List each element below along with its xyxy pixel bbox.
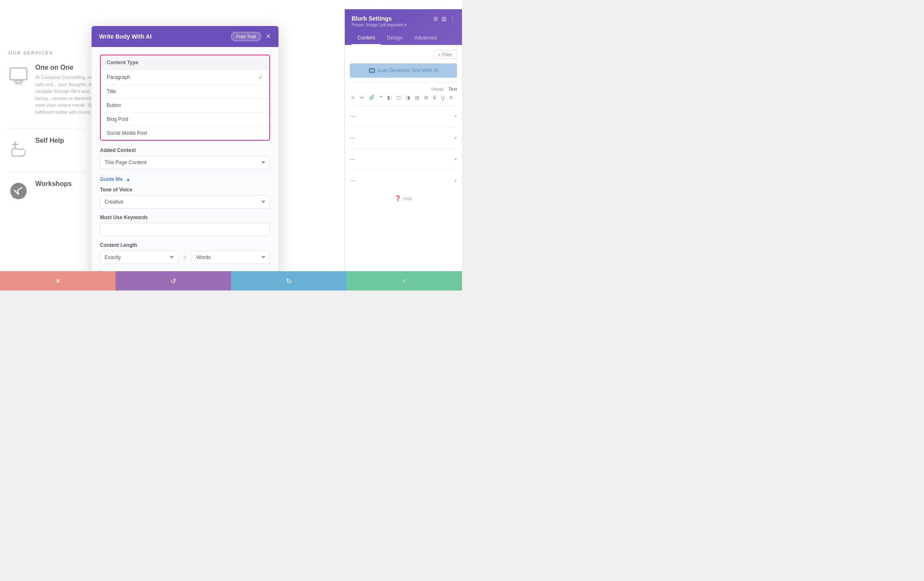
guide-me-link[interactable]: Guide Me ▲ — [100, 176, 131, 182]
visual-text-row: Visual Text — [350, 86, 457, 92]
toolbar-quote[interactable]: ❝ — [378, 94, 384, 101]
redo-icon: ↻ — [286, 277, 291, 285]
section-separator-3 — [350, 127, 457, 127]
undo-button[interactable]: ↺ — [116, 271, 231, 290]
blurb-body: + Filter AI Auto Generate Text With AI V… — [345, 45, 462, 207]
toolbar-align-left[interactable]: ◧ — [386, 94, 393, 101]
chevron-down-icon-1: ▾ — [454, 114, 457, 119]
section-separator-2 — [350, 105, 457, 106]
visual-button[interactable]: Visual — [431, 86, 444, 92]
filter-button[interactable]: + Filter — [433, 50, 457, 59]
chevron-down-icon-2: ▾ — [454, 135, 457, 141]
free-trial-badge[interactable]: Free Trial — [231, 32, 261, 41]
svg-rect-1 — [14, 81, 23, 82]
service-workshops-title: Workshops — [35, 180, 72, 188]
toolbar-list-ordered[interactable]: ≔ — [357, 94, 365, 101]
modal-body: Content Type Paragraph ✓ Title Button Bl… — [92, 47, 278, 290]
tab-advanced[interactable]: Advanced — [408, 31, 442, 45]
content-type-blog-post[interactable]: Blog Post — [101, 113, 269, 126]
content-type-button[interactable]: Button — [101, 99, 269, 113]
toolbar-list-unordered[interactable]: ≡ — [350, 94, 356, 101]
auto-generate-label: Auto Generate Text With AI — [378, 68, 438, 73]
auto-generate-button[interactable]: AI Auto Generate Text With AI — [350, 63, 457, 78]
section-separator-5 — [350, 170, 457, 170]
content-length-label: Content Length — [100, 242, 270, 248]
panel-section-2[interactable]: — ▾ — [350, 131, 457, 144]
keywords-label: Must Use Keywords — [100, 215, 270, 220]
toolbar-color[interactable]: A — [448, 94, 454, 101]
editor-toolbar: ≡ ≔ 🔗 ❝ ◧ ◫ ◨ ▤ ⊞ S̶ U̲ A — [350, 94, 457, 101]
section-separator-1 — [350, 82, 457, 82]
modal-header-right: Free Trial ✕ — [231, 32, 271, 41]
length-hash-symbol: # — [182, 254, 188, 261]
help-row: ❓ Help — [350, 195, 457, 202]
chevron-down-icon-4: ▾ — [454, 178, 457, 183]
checkmark-icon: ✓ — [258, 74, 263, 81]
cancel-button[interactable]: ✕ — [0, 271, 116, 290]
toolbar-align-right[interactable]: ◨ — [404, 94, 412, 101]
blurb-title: Blurb Settings — [352, 15, 392, 22]
content-type-title-label: Title — [107, 89, 116, 94]
added-context-label: Added Context — [100, 147, 270, 153]
content-type-social-media[interactable]: Social Media Post — [101, 126, 269, 140]
tone-of-voice-section: Tone of Voice Creative Professional Casu… — [100, 187, 270, 209]
content-type-button-label: Button — [107, 102, 121, 108]
svg-rect-0 — [10, 68, 27, 80]
modal-close-button[interactable]: ✕ — [265, 33, 271, 40]
content-type-title[interactable]: Title — [101, 85, 269, 99]
added-context-select[interactable]: This Page Content Custom None — [100, 156, 270, 169]
content-length-row: Exactly At least At most # Words Sentenc… — [100, 251, 270, 264]
cancel-icon: ✕ — [55, 277, 60, 285]
modal-title: Write Body With AI — [99, 33, 152, 40]
tone-of-voice-select[interactable]: Creative Professional Casual Formal — [100, 195, 270, 209]
svg-point-5 — [11, 183, 26, 199]
toolbar-align-center[interactable]: ◫ — [395, 94, 402, 101]
toolbar-link[interactable]: 🔗 — [367, 94, 376, 101]
content-type-paragraph[interactable]: Paragraph ✓ — [101, 70, 269, 85]
save-button[interactable]: ✓ — [346, 271, 462, 290]
content-type-social-media-label: Social Media Post — [107, 130, 147, 136]
panel-section-1[interactable]: — ▾ — [350, 110, 457, 123]
content-type-blog-post-label: Blog Post — [107, 116, 128, 122]
toolbar-strikethrough[interactable]: S̶ — [431, 94, 438, 101]
more-icon[interactable]: ⋮ — [450, 16, 455, 22]
content-length-quantity-select[interactable]: Exactly At least At most — [100, 251, 178, 264]
help-label[interactable]: Help — [403, 196, 412, 201]
panel-section-3[interactable]: — ▾ — [350, 153, 457, 165]
blurb-header: Blurb Settings ⊞ ▥ ⋮ Preset: Image Left … — [345, 9, 462, 45]
blurb-header-icons: ⊞ ▥ ⋮ — [433, 16, 455, 22]
guide-me-row: Guide Me ▲ — [100, 175, 270, 183]
panel-section-4-label: — — [350, 178, 355, 183]
blurb-title-row: Blurb Settings ⊞ ▥ ⋮ — [352, 15, 455, 22]
section-separator-4 — [350, 148, 457, 149]
plus-hand-icon — [8, 139, 29, 159]
text-button[interactable]: Text — [449, 86, 457, 92]
chevron-down-icon-3: ▾ — [454, 157, 457, 162]
toolbar-underline[interactable]: U̲ — [439, 94, 446, 101]
content-length-unit-select[interactable]: Words Sentences Paragraphs — [192, 251, 270, 264]
tone-of-voice-label: Tone of Voice — [100, 187, 270, 193]
added-context-section: Added Context This Page Content Custom N… — [100, 147, 270, 169]
keywords-section: Must Use Keywords — [100, 215, 270, 236]
save-icon: ✓ — [402, 277, 407, 285]
toolbar-table[interactable]: ⊞ — [423, 94, 430, 101]
columns-icon[interactable]: ▥ — [441, 16, 446, 22]
tab-design[interactable]: Design — [381, 31, 408, 45]
messenger-icon — [8, 182, 29, 202]
keywords-input[interactable] — [100, 223, 270, 236]
ai-badge: AI — [369, 68, 375, 73]
toolbar-align-justify[interactable]: ▤ — [413, 94, 421, 101]
modal-header: Write Body With AI Free Trial ✕ — [92, 26, 278, 47]
write-ai-modal: Write Body With AI Free Trial ✕ Content … — [92, 26, 278, 290]
content-type-list: Paragraph ✓ Title Button Blog Post Socia… — [101, 70, 269, 140]
redo-button[interactable]: ↻ — [231, 271, 346, 290]
undo-icon: ↺ — [171, 277, 176, 285]
panel-section-4[interactable]: — ▾ — [350, 174, 457, 187]
filter-bar: + Filter — [350, 50, 457, 59]
service-self-help-title: Self Help — [35, 137, 64, 144]
content-type-header: Content Type — [101, 55, 269, 70]
service-workshops-content: Workshops — [35, 180, 72, 190]
tab-content[interactable]: Content — [352, 31, 381, 45]
resize-icon[interactable]: ⊞ — [433, 16, 438, 22]
arrow-up-icon: ▲ — [126, 176, 131, 182]
